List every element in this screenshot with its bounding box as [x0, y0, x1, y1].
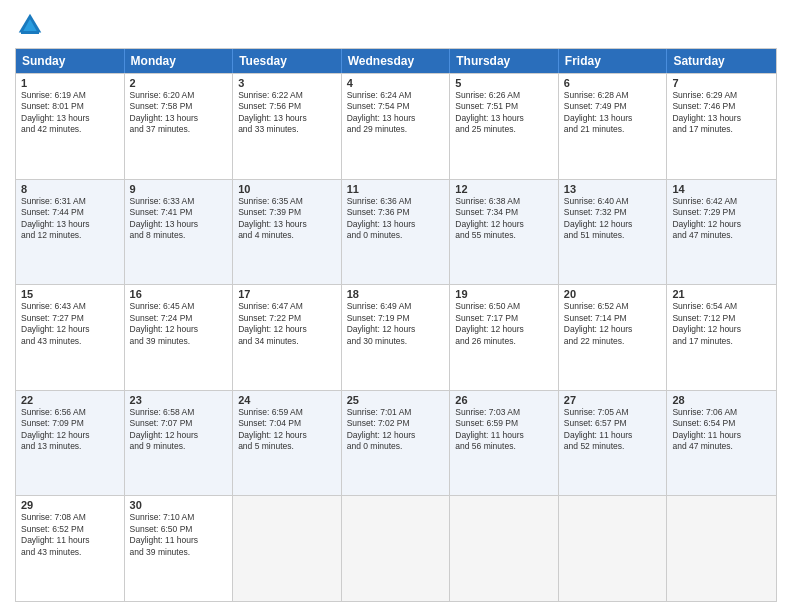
calendar-day-23: 23Sunrise: 6:58 AM Sunset: 7:07 PM Dayli… [125, 391, 234, 496]
svg-rect-2 [21, 31, 39, 34]
day-number: 22 [21, 394, 119, 406]
day-info: Sunrise: 7:03 AM Sunset: 6:59 PM Dayligh… [455, 407, 553, 453]
calendar-day-3: 3Sunrise: 6:22 AM Sunset: 7:56 PM Daylig… [233, 74, 342, 179]
day-number: 6 [564, 77, 662, 89]
day-info: Sunrise: 6:42 AM Sunset: 7:29 PM Dayligh… [672, 196, 771, 242]
calendar-day-22: 22Sunrise: 6:56 AM Sunset: 7:09 PM Dayli… [16, 391, 125, 496]
day-info: Sunrise: 6:20 AM Sunset: 7:58 PM Dayligh… [130, 90, 228, 136]
calendar-day-27: 27Sunrise: 7:05 AM Sunset: 6:57 PM Dayli… [559, 391, 668, 496]
calendar-day-8: 8Sunrise: 6:31 AM Sunset: 7:44 PM Daylig… [16, 180, 125, 285]
day-info: Sunrise: 6:49 AM Sunset: 7:19 PM Dayligh… [347, 301, 445, 347]
calendar-header: SundayMondayTuesdayWednesdayThursdayFrid… [16, 49, 776, 73]
day-number: 27 [564, 394, 662, 406]
calendar-day-9: 9Sunrise: 6:33 AM Sunset: 7:41 PM Daylig… [125, 180, 234, 285]
calendar-week-4: 22Sunrise: 6:56 AM Sunset: 7:09 PM Dayli… [16, 390, 776, 496]
calendar-day-14: 14Sunrise: 6:42 AM Sunset: 7:29 PM Dayli… [667, 180, 776, 285]
calendar-day-5: 5Sunrise: 6:26 AM Sunset: 7:51 PM Daylig… [450, 74, 559, 179]
day-number: 9 [130, 183, 228, 195]
day-number: 20 [564, 288, 662, 300]
day-number: 24 [238, 394, 336, 406]
calendar-day-10: 10Sunrise: 6:35 AM Sunset: 7:39 PM Dayli… [233, 180, 342, 285]
calendar: SundayMondayTuesdayWednesdayThursdayFrid… [15, 48, 777, 602]
day-info: Sunrise: 7:10 AM Sunset: 6:50 PM Dayligh… [130, 512, 228, 558]
calendar-day-21: 21Sunrise: 6:54 AM Sunset: 7:12 PM Dayli… [667, 285, 776, 390]
calendar-day-26: 26Sunrise: 7:03 AM Sunset: 6:59 PM Dayli… [450, 391, 559, 496]
day-number: 2 [130, 77, 228, 89]
header-day-saturday: Saturday [667, 49, 776, 73]
day-number: 23 [130, 394, 228, 406]
day-info: Sunrise: 6:24 AM Sunset: 7:54 PM Dayligh… [347, 90, 445, 136]
day-number: 15 [21, 288, 119, 300]
calendar-week-3: 15Sunrise: 6:43 AM Sunset: 7:27 PM Dayli… [16, 284, 776, 390]
calendar-day-24: 24Sunrise: 6:59 AM Sunset: 7:04 PM Dayli… [233, 391, 342, 496]
logo [15, 10, 49, 40]
day-number: 13 [564, 183, 662, 195]
calendar-day-12: 12Sunrise: 6:38 AM Sunset: 7:34 PM Dayli… [450, 180, 559, 285]
day-info: Sunrise: 6:28 AM Sunset: 7:49 PM Dayligh… [564, 90, 662, 136]
calendar-day-16: 16Sunrise: 6:45 AM Sunset: 7:24 PM Dayli… [125, 285, 234, 390]
day-number: 18 [347, 288, 445, 300]
day-number: 1 [21, 77, 119, 89]
day-info: Sunrise: 6:38 AM Sunset: 7:34 PM Dayligh… [455, 196, 553, 242]
day-number: 19 [455, 288, 553, 300]
day-number: 3 [238, 77, 336, 89]
calendar-day-empty-4-6 [667, 496, 776, 601]
calendar-day-25: 25Sunrise: 7:01 AM Sunset: 7:02 PM Dayli… [342, 391, 451, 496]
calendar-day-28: 28Sunrise: 7:06 AM Sunset: 6:54 PM Dayli… [667, 391, 776, 496]
day-info: Sunrise: 7:08 AM Sunset: 6:52 PM Dayligh… [21, 512, 119, 558]
day-number: 30 [130, 499, 228, 511]
calendar-day-empty-4-3 [342, 496, 451, 601]
day-info: Sunrise: 6:31 AM Sunset: 7:44 PM Dayligh… [21, 196, 119, 242]
day-number: 26 [455, 394, 553, 406]
calendar-body: 1Sunrise: 6:19 AM Sunset: 8:01 PM Daylig… [16, 73, 776, 601]
day-number: 16 [130, 288, 228, 300]
day-info: Sunrise: 7:01 AM Sunset: 7:02 PM Dayligh… [347, 407, 445, 453]
day-info: Sunrise: 6:54 AM Sunset: 7:12 PM Dayligh… [672, 301, 771, 347]
calendar-day-20: 20Sunrise: 6:52 AM Sunset: 7:14 PM Dayli… [559, 285, 668, 390]
calendar-day-7: 7Sunrise: 6:29 AM Sunset: 7:46 PM Daylig… [667, 74, 776, 179]
day-info: Sunrise: 6:26 AM Sunset: 7:51 PM Dayligh… [455, 90, 553, 136]
day-info: Sunrise: 7:06 AM Sunset: 6:54 PM Dayligh… [672, 407, 771, 453]
calendar-day-6: 6Sunrise: 6:28 AM Sunset: 7:49 PM Daylig… [559, 74, 668, 179]
calendar-week-5: 29Sunrise: 7:08 AM Sunset: 6:52 PM Dayli… [16, 495, 776, 601]
day-info: Sunrise: 6:56 AM Sunset: 7:09 PM Dayligh… [21, 407, 119, 453]
calendar-day-17: 17Sunrise: 6:47 AM Sunset: 7:22 PM Dayli… [233, 285, 342, 390]
header-day-friday: Friday [559, 49, 668, 73]
calendar-week-2: 8Sunrise: 6:31 AM Sunset: 7:44 PM Daylig… [16, 179, 776, 285]
day-info: Sunrise: 6:36 AM Sunset: 7:36 PM Dayligh… [347, 196, 445, 242]
calendar-day-30: 30Sunrise: 7:10 AM Sunset: 6:50 PM Dayli… [125, 496, 234, 601]
header-day-tuesday: Tuesday [233, 49, 342, 73]
day-info: Sunrise: 6:35 AM Sunset: 7:39 PM Dayligh… [238, 196, 336, 242]
header-day-wednesday: Wednesday [342, 49, 451, 73]
calendar-day-4: 4Sunrise: 6:24 AM Sunset: 7:54 PM Daylig… [342, 74, 451, 179]
day-number: 7 [672, 77, 771, 89]
calendar-day-empty-4-5 [559, 496, 668, 601]
day-info: Sunrise: 6:50 AM Sunset: 7:17 PM Dayligh… [455, 301, 553, 347]
day-number: 4 [347, 77, 445, 89]
header-day-thursday: Thursday [450, 49, 559, 73]
day-number: 14 [672, 183, 771, 195]
calendar-day-empty-4-4 [450, 496, 559, 601]
day-info: Sunrise: 6:29 AM Sunset: 7:46 PM Dayligh… [672, 90, 771, 136]
calendar-day-15: 15Sunrise: 6:43 AM Sunset: 7:27 PM Dayli… [16, 285, 125, 390]
day-info: Sunrise: 6:45 AM Sunset: 7:24 PM Dayligh… [130, 301, 228, 347]
day-number: 17 [238, 288, 336, 300]
calendar-day-18: 18Sunrise: 6:49 AM Sunset: 7:19 PM Dayli… [342, 285, 451, 390]
logo-icon [15, 10, 45, 40]
day-info: Sunrise: 6:43 AM Sunset: 7:27 PM Dayligh… [21, 301, 119, 347]
day-number: 5 [455, 77, 553, 89]
day-number: 11 [347, 183, 445, 195]
calendar-day-29: 29Sunrise: 7:08 AM Sunset: 6:52 PM Dayli… [16, 496, 125, 601]
day-info: Sunrise: 6:52 AM Sunset: 7:14 PM Dayligh… [564, 301, 662, 347]
day-info: Sunrise: 6:58 AM Sunset: 7:07 PM Dayligh… [130, 407, 228, 453]
day-number: 29 [21, 499, 119, 511]
calendar-day-empty-4-2 [233, 496, 342, 601]
day-number: 10 [238, 183, 336, 195]
day-number: 12 [455, 183, 553, 195]
calendar-day-13: 13Sunrise: 6:40 AM Sunset: 7:32 PM Dayli… [559, 180, 668, 285]
day-number: 8 [21, 183, 119, 195]
day-info: Sunrise: 6:40 AM Sunset: 7:32 PM Dayligh… [564, 196, 662, 242]
page: SundayMondayTuesdayWednesdayThursdayFrid… [0, 0, 792, 612]
day-info: Sunrise: 6:47 AM Sunset: 7:22 PM Dayligh… [238, 301, 336, 347]
header [15, 10, 777, 40]
